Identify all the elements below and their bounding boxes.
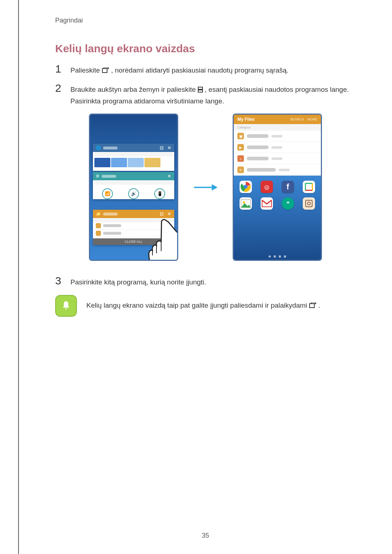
recents-card-settings: ⚙ ✕ 📶 🔊 📱 [93, 172, 174, 199]
category-label: Category [234, 124, 321, 131]
close-all-button: CLOSE ALL [93, 238, 174, 245]
split-icon: ⊟ [160, 211, 164, 217]
gallery-icon [240, 197, 252, 210]
myfiles-title: My Files [237, 117, 254, 122]
file-row: ≡ [234, 164, 321, 176]
step-3-text: Pasirinkite kitą programą, kurią norite … [70, 275, 206, 287]
app-icon: ◎ [261, 181, 273, 193]
step-number-3: 3 [55, 275, 64, 286]
recents-card-internet: 🌐 ⊟✕ [93, 144, 174, 171]
note-callout: Kelių langų ekrano vaizdą taip pat galit… [55, 295, 356, 317]
recents-card-myfiles: 📁 ⊟✕ CLOSE ALL [93, 210, 174, 245]
globe-icon: 🌐 [96, 145, 101, 150]
close-icon: ✕ [167, 173, 171, 179]
svg-rect-2 [198, 87, 203, 89]
recents-icon [309, 302, 317, 310]
file-row: ▶ [234, 142, 321, 153]
more-label: MORE [307, 118, 317, 121]
note-text: Kelių langų ekrano vaizdą taip pat galit… [86, 301, 320, 310]
svg-rect-9 [310, 304, 314, 308]
folder-icon: 📁 [96, 212, 101, 216]
display-icon: 📱 [154, 188, 165, 199]
svg-rect-0 [102, 69, 107, 73]
phone-left-recents: 🌐 ⊟✕ ⚙ ✕ [89, 114, 178, 261]
close-icon: ✕ [167, 211, 171, 217]
file-row: ▣ [234, 131, 321, 142]
videos-icon: ▶ [237, 144, 244, 151]
transition-arrow-icon [193, 184, 218, 191]
myfiles-header: My Files SEARCHMORE [234, 115, 321, 124]
gear-icon: ⚙ [96, 174, 99, 178]
search-label: SEARCH [290, 118, 304, 121]
file-row: ♪ [234, 153, 321, 164]
sound-icon: 🔊 [128, 188, 139, 199]
card-title-blur [103, 213, 118, 216]
hangouts-icon: ❝ [282, 197, 294, 210]
page-title: Kelių langų ekrano vaizdas [55, 42, 356, 55]
data-usage-icon: 📶 [102, 188, 113, 199]
svg-rect-1 [104, 67, 109, 69]
recents-icon [102, 66, 109, 76]
svg-rect-3 [198, 90, 203, 92]
svg-rect-10 [311, 303, 316, 304]
facebook-icon: f [282, 181, 294, 193]
instruction-figure: 🌐 ⊟✕ ⚙ ✕ [55, 114, 356, 261]
home-screen: ◎ f ❝ [234, 176, 321, 260]
step-number-2: 2 [55, 83, 64, 94]
audio-icon: ♪ [237, 155, 244, 162]
split-view-icon [198, 85, 203, 95]
step-2-text: Braukite aukštyn arba žemyn ir palieskit… [70, 83, 356, 106]
step-number-1: 1 [55, 63, 64, 74]
gmail-icon [261, 197, 273, 210]
chrome-icon [240, 181, 252, 193]
phone-right-split: My Files SEARCHMORE Category ▣ ▶ ♪ ≡ ◎ f [233, 114, 322, 261]
documents-icon: ≡ [237, 167, 244, 173]
images-icon: ▣ [237, 133, 244, 139]
step-1-text: Palieskite , norėdami atidaryti paskiaus… [70, 63, 289, 76]
instagram-icon [303, 197, 315, 210]
split-icon: ⊟ [160, 145, 164, 151]
nav-dots [237, 255, 317, 258]
card-title-blur [102, 175, 116, 178]
app-icon [303, 181, 315, 193]
card-title-blur [103, 147, 118, 149]
page-number: 35 [19, 532, 392, 539]
breadcrumb: Pagrindai [55, 17, 356, 24]
note-bell-icon [55, 295, 77, 317]
close-icon: ✕ [167, 145, 171, 151]
